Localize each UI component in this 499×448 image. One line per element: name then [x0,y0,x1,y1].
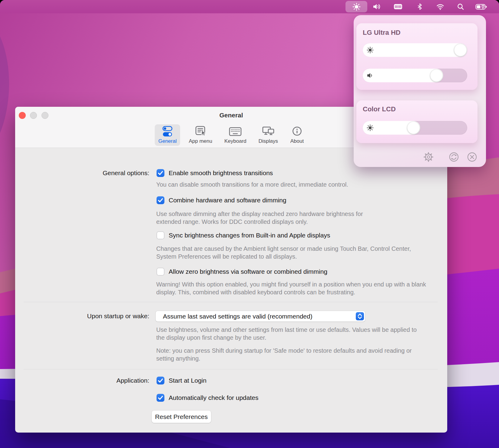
screen: General General [0,0,499,448]
separator [24,369,438,369]
menubar-volume-item[interactable] [367,1,387,12]
lg-volume-slider[interactable] [363,69,467,82]
checkbox-smooth-transitions[interactable] [157,169,164,177]
toggles-icon [160,125,174,138]
option-label: Sync brightness changes from Built-in an… [169,232,330,239]
option-description: You can disable smooth transitions for a… [156,181,348,188]
slider-knob[interactable] [454,44,467,56]
displays-icon [261,125,275,138]
checkbox-auto-updates[interactable] [157,394,164,402]
bluetooth-icon [416,3,423,10]
menubar-keyboard-brightness-item[interactable] [388,1,408,12]
option-label: Combine hardware and software dimming [169,197,286,204]
dropdown-stepper-icon [356,312,364,320]
battery-charging-icon [475,3,487,11]
tab-about-label: About [290,138,304,144]
volume-icon [373,3,381,10]
keyboard-brightness-icon [393,3,403,10]
close-circle-icon [467,152,478,164]
tab-displays-label: Displays [259,138,278,144]
checkbox-zero-brightness[interactable] [157,268,164,276]
menubar-search-item[interactable] [451,1,470,12]
application-label: Application: [15,377,149,384]
option-label: Allow zero brightness via software or co… [169,268,327,275]
separator [24,302,438,302]
tab-keyboard-label: Keyboard [224,138,246,144]
info-icon [290,125,304,138]
option-row: Enable smooth brightness transitions [157,169,273,177]
brightness-icon [367,47,374,55]
lcd-brightness-slider[interactable] [363,121,467,135]
startup-description: Use brightness, volume and other setting… [156,326,420,342]
refresh-icon [448,152,459,164]
tab-keyboard[interactable]: Keyboard [221,124,250,146]
option-row: Allow zero brightness via software or co… [157,268,327,276]
option-label: Automatically check for updates [169,394,258,401]
menubar-wifi-item[interactable] [431,1,450,12]
startup-note: Note: you can press Shift during startup… [156,347,413,362]
menu-bar [0,0,499,13]
option-row: Combine hardware and software dimming [157,196,286,204]
option-description: Changes that are caused by the Ambient l… [156,245,420,260]
tab-app-menu-label: App menu [189,138,212,144]
option-row: Sync brightness changes from Built-in an… [157,231,330,239]
brightness-icon [352,3,361,11]
menubar-brightness-item[interactable] [345,1,367,12]
menubar-bluetooth-item[interactable] [410,1,429,12]
tab-general-label: General [158,138,177,144]
monitor-name: Color LCD [363,105,396,113]
startup-label: Upon startup or wake: [15,312,149,320]
reset-preferences-button[interactable]: Reset Preferences [152,410,211,423]
option-description: Warning! With this option enabled, you m… [156,280,426,296]
tab-general[interactable]: General [155,124,180,146]
general-options-label: General options: [15,169,149,177]
option-label: Start at Login [169,377,207,384]
app-menu-icon [193,125,207,138]
menubar-battery-item[interactable] [470,1,493,12]
checkbox-start-at-login[interactable] [157,377,164,384]
option-row: Automatically check for updates [157,394,258,402]
volume-icon [367,72,374,80]
option-description: Use software dimming after the display r… [156,210,388,226]
checkbox-sync-brightness[interactable] [157,231,164,239]
wifi-icon [436,3,444,10]
monitor-card-color-lcd: Color LCD [356,100,478,143]
refresh-button[interactable] [448,152,459,163]
tab-displays[interactable]: Displays [255,124,282,146]
close-popover-button[interactable] [467,152,478,163]
slider-knob[interactable] [430,69,443,82]
startup-dropdown[interactable]: Assume last saved settings are valid (re… [156,311,365,322]
popover-actions [354,152,486,163]
tab-about[interactable]: About [286,124,308,146]
brightness-icon [367,124,374,132]
checkbox-combine-dimming[interactable] [157,196,164,204]
option-row: Start at Login [157,377,207,384]
startup-dropdown-value: Assume last saved settings are valid (re… [163,313,312,320]
keyboard-icon [228,125,242,138]
search-icon [457,3,464,10]
monitor-card-lg-ultra-hd: LG Ultra HD [356,23,478,90]
slider-knob[interactable] [407,122,420,134]
option-label: Enable smooth brightness transitions [169,169,273,177]
lg-brightness-slider[interactable] [363,43,467,57]
gear-icon [423,152,434,164]
tab-app-menu[interactable]: App menu [185,124,216,146]
brightness-popover: LG Ultra HD [354,15,486,167]
monitor-name: LG Ultra HD [363,29,401,37]
settings-button[interactable] [423,152,434,163]
